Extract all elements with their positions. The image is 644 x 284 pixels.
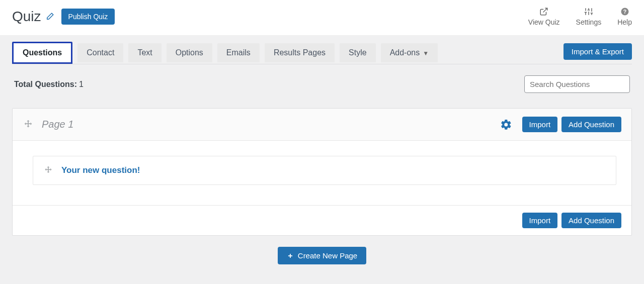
tab-questions[interactable]: Questions — [12, 42, 72, 64]
search-questions-input[interactable] — [524, 75, 630, 93]
view-quiz-label: View Quiz — [528, 18, 560, 26]
svg-text:?: ? — [623, 9, 626, 15]
help-icon: ? — [620, 7, 629, 16]
tab-options[interactable]: Options — [167, 43, 212, 62]
tab-emails[interactable]: Emails — [217, 43, 260, 62]
page-footer: Import Add Question — [13, 205, 631, 235]
page-settings-button[interactable] — [500, 119, 512, 131]
total-questions-count: 1 — [79, 80, 84, 89]
help-label: Help — [617, 18, 632, 26]
plus-icon — [287, 252, 294, 259]
tab-style[interactable]: Style — [340, 43, 376, 62]
help-button[interactable]: ? Help — [617, 7, 632, 26]
question-title: Your new question! — [61, 165, 140, 175]
edit-title-icon[interactable] — [45, 12, 54, 21]
import-export-button[interactable]: Import & Export — [564, 43, 632, 60]
external-link-icon — [539, 7, 548, 16]
create-page-row: Create New Page — [12, 236, 632, 275]
meta-row: Total Questions: 1 — [12, 64, 632, 98]
drag-handle-icon[interactable] — [43, 165, 53, 175]
chevron-down-icon: ▼ — [423, 50, 429, 57]
tabs: Questions Contact Text Options Emails Re… — [12, 36, 632, 64]
header: Quiz Publish Quiz View Quiz Settings ? H… — [0, 0, 644, 36]
settings-label: Settings — [576, 18, 602, 26]
questions-list: Your new question! — [13, 141, 631, 205]
create-new-page-button[interactable]: Create New Page — [278, 247, 366, 264]
page-import-button[interactable]: Import — [522, 117, 558, 132]
drag-handle-icon[interactable] — [23, 119, 34, 130]
tab-results-pages[interactable]: Results Pages — [265, 43, 335, 62]
total-questions-label: Total Questions: — [14, 80, 77, 89]
view-quiz-button[interactable]: View Quiz — [528, 7, 560, 26]
tab-text[interactable]: Text — [128, 43, 161, 62]
page-name: Page 1 — [42, 119, 73, 130]
tab-contact[interactable]: Contact — [77, 43, 123, 62]
footer-import-button[interactable]: Import — [522, 213, 558, 228]
create-new-page-label: Create New Page — [298, 251, 357, 260]
publish-quiz-button[interactable]: Publish Quiz — [61, 9, 115, 25]
footer-add-question-button[interactable]: Add Question — [561, 213, 621, 228]
page-title: Quiz — [12, 9, 41, 25]
tab-add-ons[interactable]: Add-ons▼ — [381, 43, 438, 62]
page-header: Page 1 Import Add Question — [13, 109, 631, 141]
page-panel: Page 1 Import Add Question Your new ques… — [12, 108, 632, 236]
settings-button[interactable]: Settings — [576, 7, 602, 26]
page-add-question-button[interactable]: Add Question — [561, 117, 621, 132]
sliders-icon — [584, 7, 593, 16]
question-card[interactable]: Your new question! — [33, 156, 616, 185]
svg-line-0 — [543, 8, 547, 12]
